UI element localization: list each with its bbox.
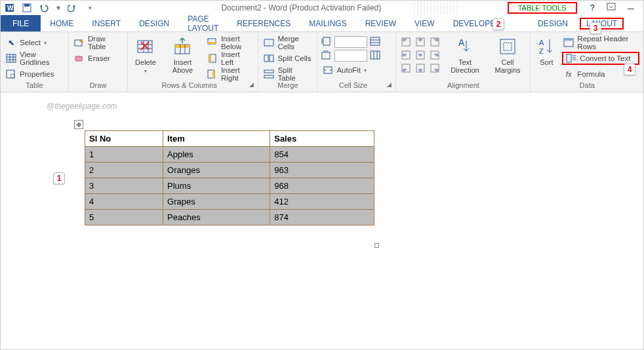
align-mid-center-icon[interactable] bbox=[414, 49, 426, 61]
quick-access-toolbar: W ▾ ▾ bbox=[2, 3, 95, 13]
table-cell[interactable]: 963 bbox=[270, 163, 374, 178]
redo-icon[interactable] bbox=[68, 3, 78, 13]
tab-table-layout[interactable]: LAYOUT bbox=[580, 18, 624, 29]
title-bar: W ▾ ▾ Document2 - Word (Product Activati… bbox=[1, 1, 643, 15]
table-cell[interactable]: 854 bbox=[270, 147, 374, 163]
split-table-button[interactable]: Split Table bbox=[262, 68, 313, 81]
align-bot-center-icon[interactable] bbox=[414, 62, 426, 74]
insert-below-button[interactable]: Insert Below bbox=[206, 36, 254, 49]
delete-button[interactable]: Delete▾ bbox=[132, 35, 159, 79]
col-width-icon bbox=[321, 50, 332, 62]
minimize-icon[interactable]: – bbox=[628, 5, 634, 10]
merge-cells-button[interactable]: Merge Cells bbox=[262, 36, 313, 49]
tab-home[interactable]: HOME bbox=[41, 15, 83, 31]
table-cell[interactable]: 3 bbox=[85, 178, 163, 194]
table-cell[interactable]: 2 bbox=[85, 163, 163, 178]
help-icon[interactable]: ? bbox=[590, 3, 595, 12]
cursor-icon: ⬉ bbox=[6, 37, 16, 48]
table-move-handle-icon[interactable]: ✥ bbox=[74, 120, 83, 129]
ribbon-layout: ⬉Select ▾ View Gridlines Properties Tabl… bbox=[1, 32, 643, 92]
svg-text:A: A bbox=[458, 37, 465, 48]
eraser-button[interactable]: Eraser bbox=[73, 52, 123, 65]
dialog-launcher-icon[interactable]: ◢ bbox=[249, 81, 254, 88]
align-mid-right-icon[interactable] bbox=[429, 49, 441, 61]
svg-rect-40 bbox=[371, 51, 380, 59]
dialog-launcher-icon[interactable]: ◢ bbox=[387, 81, 392, 88]
table-cell[interactable]: Oranges bbox=[163, 163, 270, 178]
convert-to-text-button[interactable]: Convert to Text bbox=[562, 52, 639, 65]
table-row: 3Plums968 bbox=[85, 178, 374, 194]
insert-left-button[interactable]: Insert Left bbox=[206, 52, 254, 65]
merge-cells-icon bbox=[264, 37, 274, 48]
decorative-overlay bbox=[414, 0, 460, 15]
group-label-rows-cols: Rows & Columns◢ bbox=[132, 81, 254, 91]
properties-icon bbox=[6, 69, 16, 79]
table-row: 4Grapes412 bbox=[85, 194, 374, 210]
tab-mailings[interactable]: MAILINGS bbox=[300, 15, 355, 31]
draw-table-button[interactable]: Draw Table bbox=[73, 36, 123, 49]
row-height-field[interactable] bbox=[334, 36, 367, 48]
insert-right-button[interactable]: Insert Right bbox=[206, 68, 254, 81]
insert-above-button[interactable]: Insert Above bbox=[163, 35, 202, 79]
table-cell[interactable]: 874 bbox=[270, 210, 374, 225]
properties-button[interactable]: Properties bbox=[5, 68, 64, 81]
table-tools-contextual-tab-label: TABLE TOOLS bbox=[508, 2, 577, 14]
ribbon-display-options-icon[interactable] bbox=[607, 3, 616, 14]
view-gridlines-button[interactable]: View Gridlines bbox=[5, 52, 64, 65]
save-icon[interactable] bbox=[22, 3, 32, 13]
tab-references[interactable]: REFERENCES bbox=[228, 15, 300, 31]
cell-margins-button[interactable]: Cell Margins bbox=[489, 35, 527, 79]
tab-file[interactable]: FILE bbox=[1, 15, 41, 31]
align-top-right-icon[interactable] bbox=[429, 36, 441, 48]
tab-review[interactable]: REVIEW bbox=[356, 15, 405, 31]
group-label-alignment: Alignment bbox=[400, 81, 526, 91]
select-button[interactable]: ⬉Select ▾ bbox=[5, 36, 64, 49]
svg-rect-72 bbox=[500, 39, 515, 54]
insert-below-icon bbox=[207, 37, 218, 48]
table-resize-handle-icon[interactable] bbox=[374, 243, 379, 248]
formula-fx-icon: fx bbox=[563, 69, 574, 79]
undo-dropdown-icon[interactable]: ▾ bbox=[56, 3, 61, 13]
align-top-center-icon[interactable] bbox=[414, 36, 426, 48]
table-cell[interactable]: 968 bbox=[270, 178, 374, 194]
table-cell[interactable]: 5 bbox=[85, 210, 163, 225]
table-cell[interactable]: Grapes bbox=[163, 194, 270, 210]
table-cell[interactable]: 412 bbox=[270, 194, 374, 210]
tab-page-layout[interactable]: PAGE LAYOUT bbox=[178, 15, 228, 31]
table-header-cell[interactable]: Sales bbox=[270, 131, 374, 147]
split-cells-button[interactable]: Split Cells bbox=[262, 52, 313, 65]
svg-point-11 bbox=[10, 74, 14, 78]
tab-design[interactable]: DESIGN bbox=[130, 15, 178, 31]
document-table[interactable]: Sl NoItemSales1Apples8542Oranges9633Plum… bbox=[85, 130, 374, 225]
undo-icon[interactable] bbox=[39, 3, 49, 13]
autofit-button[interactable]: AutoFit ▾ bbox=[321, 64, 380, 77]
annotation-1: 1 bbox=[53, 172, 65, 184]
split-table-icon bbox=[264, 69, 274, 79]
table-header-cell[interactable]: Sl No bbox=[85, 131, 163, 147]
annotation-3: 3 bbox=[590, 22, 601, 34]
table-cell[interactable]: Apples bbox=[163, 147, 270, 163]
col-width-field[interactable] bbox=[334, 50, 367, 62]
repeat-header-rows-button[interactable]: Repeat Header Rows bbox=[562, 36, 639, 49]
group-label-merge: Merge bbox=[262, 81, 313, 91]
distribute-cols-icon[interactable] bbox=[370, 50, 380, 62]
align-bot-right-icon[interactable] bbox=[429, 62, 441, 74]
table-cell[interactable]: 1 bbox=[85, 147, 163, 163]
group-label-data: Data bbox=[534, 81, 639, 91]
tab-insert[interactable]: INSERT bbox=[83, 15, 130, 31]
align-mid-left-icon[interactable] bbox=[400, 49, 412, 61]
svg-rect-3 bbox=[24, 4, 30, 7]
table-cell[interactable]: Plums bbox=[163, 178, 270, 194]
distribute-rows-icon[interactable] bbox=[370, 37, 380, 48]
tab-table-design[interactable]: DESIGN bbox=[529, 15, 577, 31]
align-top-left-icon[interactable] bbox=[400, 36, 412, 48]
table-header-cell[interactable]: Item bbox=[163, 131, 270, 147]
sort-button[interactable]: AZ Sort bbox=[534, 35, 558, 79]
table-cell[interactable]: Peaches bbox=[163, 210, 270, 225]
table-cell[interactable]: 4 bbox=[85, 194, 163, 210]
tab-view[interactable]: VIEW bbox=[405, 15, 444, 31]
qat-customize-icon[interactable]: ▾ bbox=[85, 3, 95, 13]
align-bot-left-icon[interactable] bbox=[400, 62, 412, 74]
word-app-icon[interactable]: W bbox=[5, 3, 15, 13]
text-direction-button[interactable]: A Text Direction bbox=[445, 35, 485, 79]
